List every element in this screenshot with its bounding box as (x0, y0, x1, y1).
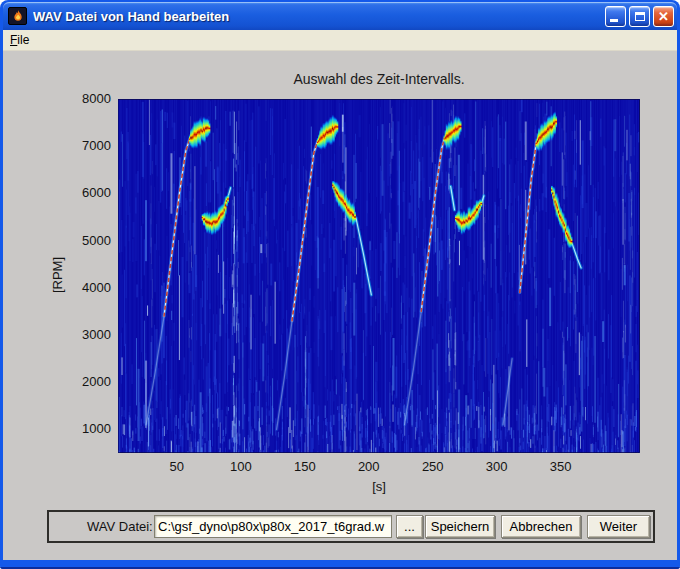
titlebar-buttons: ✕ (605, 6, 674, 27)
y-tick-label: 5000 (41, 233, 111, 249)
app-icon (8, 7, 27, 25)
x-tick-label: 150 (283, 459, 327, 475)
x-tick-label: 100 (219, 459, 263, 475)
maximize-button[interactable] (629, 6, 650, 27)
close-button[interactable]: ✕ (653, 6, 674, 27)
window-title: WAV Datei von Hand bearbeiten (33, 9, 605, 24)
close-icon: ✕ (654, 7, 673, 26)
cancel-button[interactable]: Abbrechen (501, 515, 581, 538)
x-tick-label: 200 (347, 459, 391, 475)
x-tick-label: 50 (155, 459, 199, 475)
browse-button[interactable]: ... (396, 515, 423, 538)
y-tick-label: 2000 (41, 374, 111, 390)
minimize-button[interactable] (605, 6, 626, 27)
plot-title: Auswahl des Zeit-Intervalls. (118, 71, 640, 87)
menubar: File (3, 30, 677, 51)
minimize-icon (610, 19, 618, 22)
save-button[interactable]: Speichern (425, 515, 495, 538)
x-tick-label: 350 (539, 459, 583, 475)
y-tick-label: 7000 (41, 138, 111, 154)
spectrogram-canvas[interactable] (118, 99, 640, 453)
wav-path-input[interactable] (154, 515, 392, 538)
x-axis-label: [s] (118, 479, 640, 494)
x-tick-label: 300 (475, 459, 519, 475)
wav-file-label: WAV Datei: (87, 512, 153, 541)
y-tick-label: 4000 (41, 280, 111, 296)
y-tick-label: 3000 (41, 327, 111, 343)
y-tick-label: 1000 (41, 421, 111, 437)
figure-area: Auswahl des Zeit-Intervalls. [RPM] [s] 1… (3, 51, 677, 560)
y-tick-label: 6000 (41, 185, 111, 201)
menu-file[interactable]: File (3, 31, 36, 49)
maximize-icon (635, 12, 645, 21)
flame-icon (11, 9, 25, 23)
next-button[interactable]: Weiter (587, 515, 650, 538)
titlebar[interactable]: WAV Datei von Hand bearbeiten ✕ (3, 2, 677, 30)
footer-panel: WAV Datei: ... Speichern Abbrechen Weite… (47, 510, 655, 543)
y-tick-label: 8000 (41, 91, 111, 107)
x-tick-label: 250 (411, 459, 455, 475)
window: WAV Datei von Hand bearbeiten ✕ File Aus… (0, 0, 680, 569)
